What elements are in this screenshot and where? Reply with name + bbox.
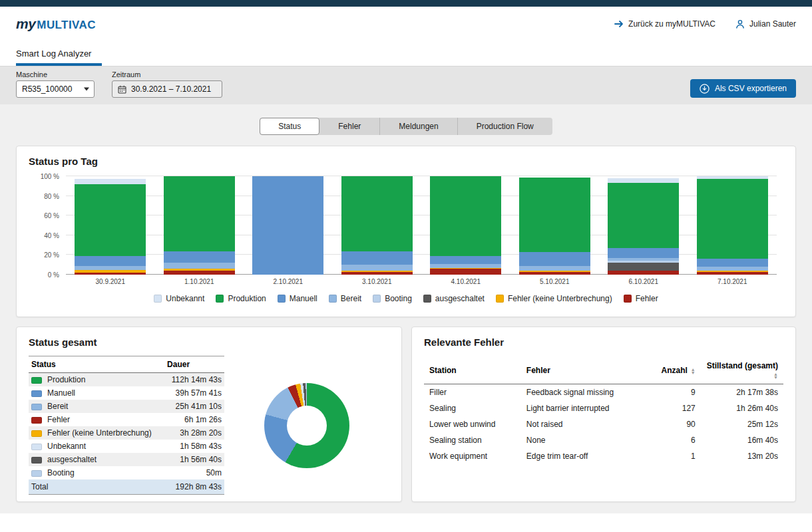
- export-csv-button[interactable]: Als CSV exportieren: [690, 79, 796, 98]
- y-axis-label: 0 %: [29, 271, 59, 279]
- y-axis-label: 100 %: [29, 173, 59, 180]
- error-cell: Feedback signal missing: [521, 384, 654, 401]
- total-value-cell: 192h 8m 43s: [164, 479, 224, 495]
- status-name: Fehler: [47, 415, 70, 424]
- station-cell: Work equipment: [424, 448, 521, 464]
- bar-segment-manuell: [697, 259, 768, 267]
- period-label: Zeitraum: [112, 70, 222, 78]
- status-name: Fehler (keine Unterbrechung): [47, 428, 152, 438]
- bar-segment-fehler: [608, 271, 679, 275]
- station-cell: Lower web unwind: [424, 416, 521, 432]
- date-range-value: 30.9.2021 – 7.10.2021: [131, 84, 211, 94]
- user-icon: [735, 19, 745, 29]
- column-header-anzahl[interactable]: Anzahl▲▼: [654, 357, 701, 384]
- main-content: StatusFehlerMeldungenProduction Flow Sta…: [0, 104, 812, 513]
- anzahl-header-label: Anzahl: [662, 366, 688, 375]
- back-to-mymultivac-link[interactable]: Zurück zu myMULTIVAC: [614, 19, 715, 29]
- column-header-fehler: Fehler: [521, 357, 654, 384]
- legend-label: Bereit: [341, 294, 361, 303]
- calendar-icon[interactable]: [112, 85, 131, 94]
- legend-item: Fehler (keine Unterbrechung): [496, 294, 612, 303]
- chart-legend: UnbekanntProduktionManuellBereitBootinga…: [29, 294, 783, 303]
- status-duration-cell: 25h 41m 10s: [164, 400, 224, 413]
- status-name-cell: Fehler: [29, 413, 164, 426]
- user-menu[interactable]: Julian Sauter: [735, 19, 796, 29]
- status-donut-chart: [264, 383, 349, 468]
- x-axis-label: 2.10.2021: [244, 278, 333, 285]
- legend-label: Produktion: [228, 294, 266, 303]
- bar-segment-manuell: [75, 256, 146, 266]
- date-range-picker[interactable]: 30.9.2021 – 7.10.2021: [112, 80, 222, 98]
- legend-label: Unbekannt: [166, 294, 204, 303]
- legend-color-chip: [423, 295, 431, 303]
- count-cell: 1: [654, 448, 701, 464]
- legend-item: Produktion: [216, 294, 266, 303]
- download-icon: [700, 84, 710, 94]
- tab-smart-log-analyzer[interactable]: Smart Log Analyzer: [16, 49, 102, 66]
- tab-meldungen[interactable]: Meldungen: [379, 118, 457, 135]
- mymultivac-logo: my MULTIVAC: [16, 16, 96, 32]
- status-name-cell: Booting: [29, 466, 164, 479]
- stacked-bar: [697, 176, 768, 275]
- error-cell: Edge trim tear-off: [521, 448, 654, 464]
- status-color-chip: [31, 417, 42, 424]
- count-cell: 127: [654, 400, 701, 416]
- column-header-status: Status: [29, 356, 164, 373]
- x-axis-label: 7.10.2021: [688, 278, 777, 285]
- tab-status[interactable]: Status: [260, 118, 319, 135]
- error-cell: Not raised: [521, 416, 654, 432]
- errors-table-body: FillerFeedback signal missing92h 17m 38s…: [424, 384, 783, 465]
- bar-segment-produktion: [519, 178, 590, 252]
- machine-select[interactable]: R535_100000: [16, 80, 95, 98]
- errors-table-header-row: Station Fehler Anzahl▲▼ Stillstand (gesa…: [424, 357, 783, 384]
- x-axis-label: 1.10.2021: [155, 278, 244, 285]
- status-row: Bereit25h 41m 10s: [29, 400, 224, 413]
- status-color-chip: [31, 430, 42, 437]
- status-duration-cell: 39h 57m 41s: [164, 386, 224, 400]
- tab-fehler[interactable]: Fehler: [319, 118, 379, 135]
- sort-icon: ▲▼: [773, 372, 778, 379]
- tab-production-flow[interactable]: Production Flow: [457, 118, 552, 135]
- legend-color-chip: [496, 295, 504, 303]
- status-color-chip: [31, 457, 42, 464]
- y-axis-label: 60 %: [29, 212, 59, 219]
- stillstand-header-label: Stillstand (gesamt): [707, 361, 778, 370]
- bar-column-4.10.2021: [421, 176, 510, 275]
- stacked-bar: [430, 176, 501, 275]
- x-axis-label: 6.10.2021: [599, 278, 688, 285]
- error-row: Lower web unwindNot raised9025m 12s: [424, 416, 783, 432]
- errors-table: Station Fehler Anzahl▲▼ Stillstand (gesa…: [424, 357, 783, 464]
- count-cell: 90: [654, 416, 701, 432]
- status-color-chip: [31, 377, 42, 384]
- period-filter-group: Zeitraum 30.9.2021 – 7.10.2021: [112, 70, 222, 98]
- bar-segment-produktion: [164, 176, 235, 251]
- status-per-day-card: Status pro Tag 0 %20 %40 %60 %80 %100 % …: [16, 146, 796, 317]
- status-color-chip: [31, 404, 42, 410]
- status-row: Unbekannt1h 58m 43s: [29, 440, 224, 453]
- column-header-station: Station: [424, 357, 521, 384]
- status-row: Booting50m: [29, 466, 224, 479]
- back-link-label: Zurück zu myMULTIVAC: [628, 19, 715, 29]
- status-name-cell: Manuell: [29, 386, 164, 400]
- status-color-chip: [31, 390, 42, 397]
- x-axis-label: 3.10.2021: [333, 278, 422, 285]
- bar-segment-unbekannt: [75, 179, 146, 184]
- bar-segment-produktion: [75, 184, 146, 256]
- status-row: ausgeschaltet1h 56m 40s: [29, 453, 224, 466]
- bar-column-5.10.2021: [510, 176, 600, 275]
- bar-segment-bereit: [341, 265, 413, 271]
- donut-zone: [224, 356, 389, 495]
- bar-column-1.10.2021: [155, 176, 244, 275]
- stacked-bar: [341, 176, 413, 275]
- legend-item: ausgeschaltet: [423, 294, 485, 303]
- legend-label: Fehler (keine Unterbrechung): [508, 294, 612, 303]
- legend-label: Manuell: [290, 294, 317, 303]
- column-header-stillstand[interactable]: Stillstand (gesamt)▲▼: [701, 357, 783, 384]
- legend-label: Fehler: [636, 294, 658, 303]
- status-name: Booting: [47, 468, 75, 477]
- relevant-errors-card: Relevante Fehler Station Fehler Anzahl▲▼…: [411, 327, 796, 502]
- arrow-right-icon: [614, 20, 624, 28]
- status-total-card: Status gesamt Status Dauer Produktion112…: [16, 327, 402, 502]
- downtime-cell: 25m 12s: [701, 416, 783, 432]
- error-cell: None: [521, 432, 654, 448]
